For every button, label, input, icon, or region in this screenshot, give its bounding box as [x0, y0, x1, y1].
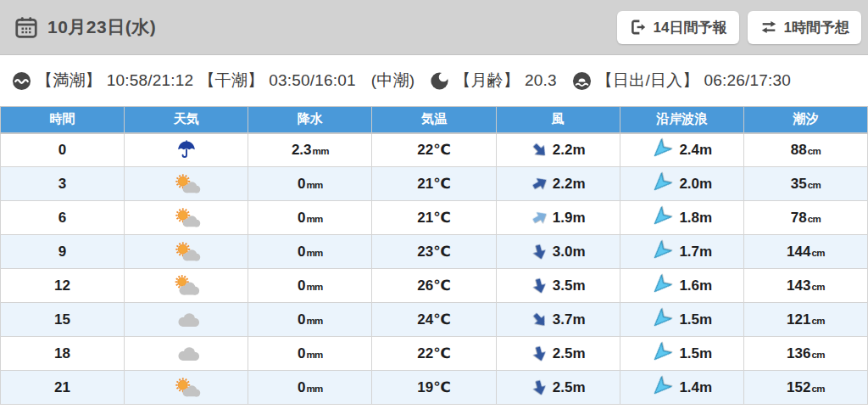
temp-cell: 26℃ — [372, 269, 496, 303]
wind-direction-arrow-icon — [527, 205, 552, 230]
wind-speed: 2.5m — [553, 345, 586, 362]
temp-cell: 24℃ — [372, 303, 496, 337]
table-row: 9 0mm23℃ 3.0m 1.7m144cm — [1, 235, 868, 269]
weather-forecast-page: 10月23日(水) 14日間予報 1時間予想 — [0, 0, 868, 409]
weather-sun-cloud-icon — [171, 206, 202, 230]
wave-cell: 1.6m — [620, 269, 743, 303]
table-row: 15 0mm24℃ 3.7m 1.5m121cm — [1, 303, 868, 337]
weather-cell — [125, 133, 248, 167]
wave-direction-icon — [648, 136, 676, 164]
wave-height: 2.0m — [679, 176, 712, 193]
wind-cell: 2.2m — [496, 167, 620, 201]
weather-cell — [125, 269, 248, 303]
column-header-5: 沿岸波浪 — [620, 107, 743, 133]
wind-direction-arrow-icon — [528, 377, 550, 399]
weather-cell — [125, 303, 248, 337]
weather-umbrella-icon — [171, 138, 202, 162]
weather-cell — [125, 167, 248, 201]
tide-wave-icon — [12, 71, 31, 91]
precip-cell: 0mm — [248, 167, 372, 201]
wind-direction-arrow-icon — [527, 171, 552, 196]
time-cell: 9 — [1, 235, 125, 269]
moon-info: 【月齢】20.3 — [430, 70, 557, 92]
wind-speed: 2.2m — [553, 176, 586, 193]
wave-cell: 2.4m — [620, 133, 743, 167]
time-cell: 6 — [1, 201, 125, 235]
sunrise-sunset-label: 【日出/日入】 — [597, 70, 699, 92]
wind-speed: 3.7m — [553, 311, 586, 328]
tide-info: 【満潮】10:58/21:12【干潮】03:50/16:01 (中潮) — [12, 70, 415, 92]
wave-height: 1.5m — [679, 311, 712, 328]
wave-height: 1.4m — [679, 379, 712, 396]
wind-direction-arrow-icon — [528, 241, 550, 263]
column-header-2: 降水 — [248, 107, 372, 133]
forecast-table-head: 時間天気降水気温風沿岸波浪潮汐 — [1, 107, 868, 133]
wave-direction-icon — [648, 170, 676, 198]
column-header-3: 気温 — [372, 107, 496, 133]
wave-cell: 2.0m — [620, 167, 743, 201]
wind-direction-arrow-icon — [526, 307, 552, 333]
wind-cell: 2.5m — [496, 337, 620, 371]
one-hour-forecast-button[interactable]: 1時間予想 — [748, 11, 861, 44]
column-header-4: 風 — [496, 107, 620, 133]
wind-speed: 1.9m — [553, 210, 586, 227]
table-row: 6 0mm21℃ 1.9m 1.8m78cm — [1, 201, 868, 235]
fourteen-day-forecast-button[interactable]: 14日間予報 — [617, 11, 739, 44]
moon-phase-icon — [430, 71, 449, 91]
wind-cell: 1.9m — [496, 201, 620, 235]
precip-cell: 0mm — [248, 201, 372, 235]
high-tide-label: 【満潮】 — [36, 70, 102, 92]
precip-cell: 0mm — [248, 303, 372, 337]
wave-cell: 1.8m — [620, 201, 743, 235]
wave-cell: 1.4m — [620, 371, 743, 405]
wave-direction-icon — [648, 204, 676, 232]
table-row: 0 2.3mm22℃ 2.2m 2.4m88cm — [1, 133, 868, 167]
time-cell: 21 — [1, 371, 125, 405]
calendar-icon — [14, 14, 39, 40]
wind-cell: 2.2m — [496, 133, 620, 167]
exit-icon — [629, 18, 648, 36]
tide-cell: 144cm — [743, 235, 867, 269]
precip-cell: 0mm — [248, 235, 372, 269]
precip-cell: 0mm — [248, 269, 372, 303]
tide-type: (中潮) — [371, 70, 415, 92]
temp-cell: 21℃ — [372, 201, 496, 235]
wind-direction-arrow-icon — [526, 137, 552, 163]
sunrise-sunset-info: 【日出/日入】06:26/17:30 — [572, 70, 791, 92]
temp-cell: 22℃ — [372, 337, 496, 371]
moon-age-label: 【月齢】 — [454, 70, 520, 92]
forecast-table: 時間天気降水気温風沿岸波浪潮汐 0 2.3mm22℃ 2.2m 2.4m88cm… — [0, 106, 868, 405]
low-tide-times: 03:50/16:01 — [269, 71, 356, 90]
time-cell: 3 — [1, 167, 125, 201]
forecast-table-body: 0 2.3mm22℃ 2.2m 2.4m88cm3 0mm21℃ 2.2m 2.… — [1, 133, 868, 405]
temp-cell: 19℃ — [372, 371, 496, 405]
top-bar-buttons: 14日間予報 1時間予想 — [617, 11, 861, 44]
time-cell: 12 — [1, 269, 125, 303]
tide-cell: 78cm — [743, 201, 867, 235]
time-cell: 0 — [1, 133, 125, 167]
tide-cell: 35cm — [743, 167, 867, 201]
weather-cell — [125, 235, 248, 269]
low-tide-label: 【干潮】 — [198, 70, 264, 92]
wind-speed: 2.2m — [553, 142, 586, 159]
wind-cell: 3.7m — [496, 303, 620, 337]
weather-cell — [125, 337, 248, 371]
sunrise-icon — [572, 71, 592, 91]
wave-height: 1.6m — [679, 277, 712, 294]
weather-sun-cloud-icon — [171, 172, 202, 196]
sunrise-sunset-times: 06:26/17:30 — [704, 71, 792, 90]
wave-direction-icon — [648, 373, 676, 401]
wind-speed: 2.5m — [553, 379, 586, 396]
time-cell: 15 — [1, 303, 125, 337]
column-header-1: 天気 — [125, 107, 248, 133]
wind-cell: 2.5m — [496, 371, 620, 405]
time-cell: 18 — [1, 337, 125, 371]
swap-icon — [760, 18, 778, 36]
header-row: 時間天気降水気温風沿岸波浪潮汐 — [1, 107, 868, 133]
tide-cell: 152cm — [743, 371, 867, 405]
wave-direction-icon — [648, 305, 676, 333]
wave-height: 2.4m — [679, 142, 712, 159]
tide-cell: 121cm — [743, 303, 867, 337]
temp-cell: 23℃ — [372, 235, 496, 269]
precip-cell: 2.3mm — [248, 133, 372, 167]
